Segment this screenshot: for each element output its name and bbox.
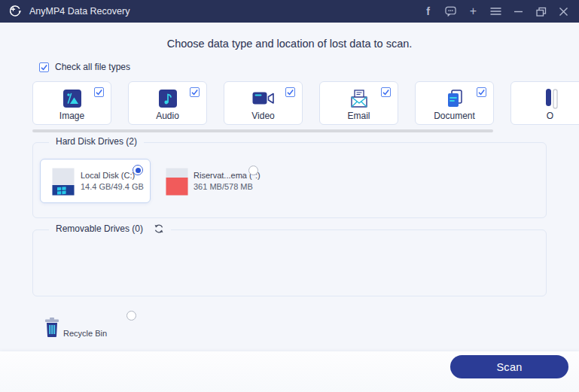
drive-system-reserved[interactable]: Riservat...ema (*:) 361 MB/578 MB [158, 159, 271, 203]
image-icon [62, 87, 82, 110]
file-type-label: Image [59, 111, 84, 121]
document-icon [446, 87, 464, 110]
hard-disk-drives-legend: Hard Disk Drives (2) [49, 136, 144, 147]
file-type-tile-others[interactable]: O [510, 81, 579, 125]
check-all-file-types[interactable]: Check all file types [39, 62, 130, 72]
audio-checkbox[interactable] [190, 87, 200, 97]
file-type-scrollbar[interactable] [32, 129, 493, 132]
file-type-tile-audio[interactable]: Audio [128, 81, 207, 125]
drive-reserved-radio[interactable] [248, 166, 258, 175]
check-all-label: Check all file types [55, 62, 130, 72]
file-type-tile-document[interactable]: Document [415, 81, 494, 125]
file-type-label: Document [434, 111, 475, 121]
hard-disk-drives-section: Hard Disk Drives (2) Local Disk (C:) 14.… [32, 142, 547, 218]
file-type-tile-image[interactable]: Image [32, 81, 111, 125]
recycle-bin-label: Recycle Bin [63, 329, 107, 338]
drive-local-disk-c[interactable]: Local Disk (C:) 14.4 GB/49.4 GB [40, 159, 151, 203]
reserved-disk-icon [166, 168, 188, 199]
video-icon [252, 87, 275, 110]
removable-drives-label: Removable Drives (0) [56, 223, 143, 234]
others-icon [541, 87, 559, 110]
hard-disk-drives-label: Hard Disk Drives (2) [56, 136, 137, 147]
titlebar: AnyMP4 Data Recovery f + [0, 0, 579, 23]
video-checkbox[interactable] [285, 87, 295, 97]
audio-icon [158, 87, 178, 110]
window-title: AnyMP4 Data Recovery [29, 6, 130, 17]
refresh-icon[interactable] [154, 223, 164, 234]
scan-button[interactable]: Scan [450, 355, 568, 378]
drive-name: Local Disk (C:) [81, 171, 135, 180]
menu-icon[interactable] [490, 6, 501, 17]
recycle-bin-icon[interactable] [43, 317, 61, 341]
file-type-tile-email[interactable]: Email [319, 81, 398, 125]
facebook-icon[interactable]: f [422, 6, 434, 17]
check-all-checkbox[interactable] [39, 62, 49, 72]
minimize-icon[interactable] [513, 6, 524, 17]
recycle-bin-radio[interactable] [126, 311, 136, 321]
drive-capacity: 14.4 GB/49.4 GB [81, 182, 144, 191]
document-checkbox[interactable] [477, 87, 486, 97]
page-title: Choose data type and location of lost da… [0, 38, 579, 50]
email-checkbox[interactable] [381, 87, 391, 97]
image-checkbox[interactable] [94, 87, 104, 97]
file-type-label: Audio [156, 111, 179, 121]
app-logo-icon [8, 5, 22, 18]
file-type-label: Video [251, 111, 274, 121]
file-type-row: Image Audio [32, 81, 579, 126]
restore-icon[interactable] [535, 6, 547, 17]
feedback-icon[interactable] [445, 6, 456, 17]
anymp4-data-recovery-window: AnyMP4 Data Recovery f + [0, 0, 579, 392]
email-icon [349, 87, 369, 110]
file-type-label: O [547, 111, 553, 121]
close-icon[interactable] [558, 6, 569, 17]
local-disk-icon [52, 168, 75, 199]
drive-c-radio[interactable] [133, 165, 143, 175]
drive-capacity: 361 MB/578 MB [194, 182, 253, 191]
add-icon[interactable]: + [468, 6, 479, 17]
file-type-label: Email [347, 111, 370, 121]
removable-drives-section: Removable Drives (0) [32, 229, 547, 296]
file-type-tile-video[interactable]: Video [224, 81, 303, 125]
